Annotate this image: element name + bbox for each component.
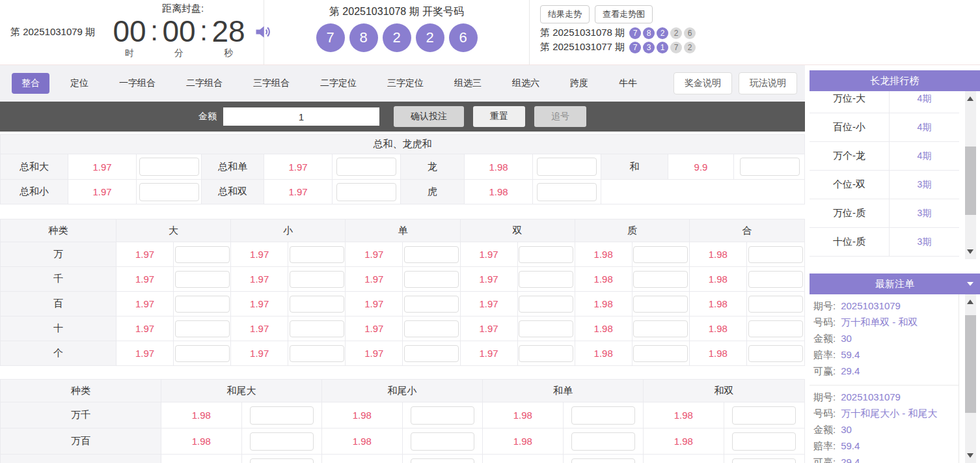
- tail-table-body: 万千1.981.981.981.98万百1.981.981.981.98: [1, 402, 804, 463]
- bet-amount-input[interactable]: [336, 183, 396, 201]
- bet-type-label: 总和小: [1, 180, 68, 204]
- dragon-rank-name: 十位-质: [810, 228, 889, 256]
- order-line: 可赢:29.4: [813, 454, 959, 463]
- order-field-label: 赔率:: [813, 438, 836, 454]
- dragon-rank-name: 万位-大: [810, 91, 889, 113]
- bet-amount-input[interactable]: [404, 296, 459, 313]
- bet-amount-input[interactable]: [139, 158, 199, 176]
- bet-amount-input[interactable]: [290, 320, 344, 337]
- tab-item-4[interactable]: 三字组合: [243, 73, 299, 94]
- view-trend-chart-button[interactable]: 查看走势图: [595, 5, 653, 23]
- bet-amount-input[interactable]: [139, 183, 199, 201]
- bet-amount-input[interactable]: [250, 432, 314, 451]
- bet-amount-input[interactable]: [175, 320, 230, 337]
- bet-amount-input[interactable]: [404, 345, 459, 362]
- dragon-rank-name: 万位-质: [810, 199, 889, 227]
- bet-amount-input[interactable]: [336, 158, 396, 176]
- position-table-row: 十1.971.971.971.971.981.98: [1, 316, 804, 341]
- order-potential-win: 29.4: [841, 454, 860, 463]
- bet-amount-input[interactable]: [732, 406, 796, 425]
- bet-amount-input[interactable]: [633, 246, 688, 263]
- bet-input-cell: [288, 292, 346, 316]
- bet-input-cell: [403, 292, 460, 316]
- bet-amount-input[interactable]: [175, 246, 230, 263]
- rules-info-button[interactable]: 玩法说明: [739, 72, 797, 94]
- bet-amount-input[interactable]: [404, 320, 459, 337]
- result-trend-button[interactable]: 结果走势: [540, 5, 590, 23]
- sidebar: 长龙排行榜 万位-大4期百位-小4期万个-龙4期个位-双3期万位-质3期十位-质…: [810, 65, 980, 463]
- speaker-icon[interactable]: [254, 23, 272, 44]
- prize-info-button[interactable]: 奖金说明: [674, 72, 732, 94]
- countdown-seconds: 28: [208, 15, 249, 48]
- bet-amount-input[interactable]: [571, 458, 635, 463]
- scroll-down-icon[interactable]: [967, 249, 973, 254]
- scroll-up-icon[interactable]: [967, 96, 973, 101]
- odds-value: [161, 455, 242, 463]
- bet-type-label: 总和双: [202, 180, 264, 204]
- tab-item-9[interactable]: 跨度: [560, 73, 598, 94]
- bet-amount-input[interactable]: [740, 158, 800, 176]
- tab-item-7[interactable]: 组选三: [444, 73, 491, 94]
- bet-input-cell: [288, 341, 346, 365]
- tab-item-2[interactable]: 一字组合: [109, 73, 165, 94]
- bet-amount-input[interactable]: [290, 246, 344, 263]
- bet-input-cell: [403, 402, 483, 428]
- orders-scrollbar[interactable]: [965, 294, 976, 463]
- bet-amount-input[interactable]: [404, 271, 459, 288]
- bet-input-cell: [174, 267, 231, 291]
- scroll-down-icon[interactable]: [967, 453, 973, 458]
- bet-amount-input[interactable]: [250, 406, 314, 425]
- tab-item-5[interactable]: 二字定位: [310, 73, 366, 94]
- scrollbar-thumb[interactable]: [965, 315, 976, 413]
- bet-amount-input[interactable]: [732, 432, 796, 451]
- bet-amount-input[interactable]: [633, 345, 688, 362]
- tab-item-8[interactable]: 组选六: [502, 73, 549, 94]
- order-issue: 20251031079: [841, 298, 901, 314]
- bet-amount-input[interactable]: [404, 246, 459, 263]
- reset-button[interactable]: 重置: [473, 106, 525, 127]
- dragon-scrollbar[interactable]: [965, 91, 976, 259]
- bet-amount-input[interactable]: [748, 345, 803, 362]
- order-line: 可赢:29.4: [813, 363, 959, 379]
- tab-item-1[interactable]: 定位: [61, 73, 98, 94]
- bet-amount-input[interactable]: [748, 320, 803, 337]
- bet-amount-input[interactable]: [519, 320, 573, 337]
- confirm-bet-button[interactable]: 确认投注: [394, 106, 464, 127]
- bet-amount-input[interactable]: [732, 458, 796, 463]
- bet-amount-input[interactable]: [633, 320, 688, 337]
- tab-item-0[interactable]: 整合: [12, 73, 49, 94]
- amount-input[interactable]: [223, 107, 379, 126]
- bet-amount-input[interactable]: [175, 296, 230, 313]
- bet-amount-input[interactable]: [290, 296, 344, 313]
- bet-amount-input[interactable]: [519, 296, 573, 313]
- chase-number-button[interactable]: 追号: [534, 106, 586, 127]
- bet-amount-input[interactable]: [411, 432, 474, 451]
- bet-amount-input[interactable]: [175, 345, 230, 362]
- bet-amount-input[interactable]: [290, 345, 344, 362]
- tab-item-10[interactable]: 牛牛: [609, 73, 647, 94]
- tab-item-3[interactable]: 二字组合: [176, 73, 232, 94]
- bet-amount-input[interactable]: [633, 271, 688, 288]
- tab-item-6[interactable]: 三字定位: [377, 73, 433, 94]
- bet-amount-input[interactable]: [250, 458, 314, 463]
- bet-amount-input[interactable]: [519, 271, 573, 288]
- order-bet-number: 万十和尾大小 - 和尾大: [841, 405, 937, 421]
- bet-amount-input[interactable]: [571, 406, 635, 425]
- collapse-caret-icon[interactable]: [967, 282, 973, 286]
- bet-amount-input[interactable]: [290, 271, 344, 288]
- bet-amount-input[interactable]: [519, 345, 573, 362]
- bet-amount-input[interactable]: [633, 296, 688, 313]
- bet-amount-input[interactable]: [411, 406, 474, 425]
- scroll-up-icon[interactable]: [967, 300, 973, 304]
- bet-amount-input[interactable]: [537, 183, 597, 201]
- history-ball: 2: [670, 27, 682, 39]
- bet-amount-input[interactable]: [748, 271, 803, 288]
- bet-amount-input[interactable]: [411, 458, 474, 463]
- bet-amount-input[interactable]: [175, 271, 230, 288]
- bet-amount-input[interactable]: [748, 296, 803, 313]
- bet-amount-input[interactable]: [537, 158, 597, 176]
- bet-amount-input[interactable]: [519, 246, 573, 263]
- bet-amount-input[interactable]: [748, 246, 803, 263]
- scrollbar-thumb[interactable]: [965, 147, 976, 215]
- bet-amount-input[interactable]: [571, 432, 635, 451]
